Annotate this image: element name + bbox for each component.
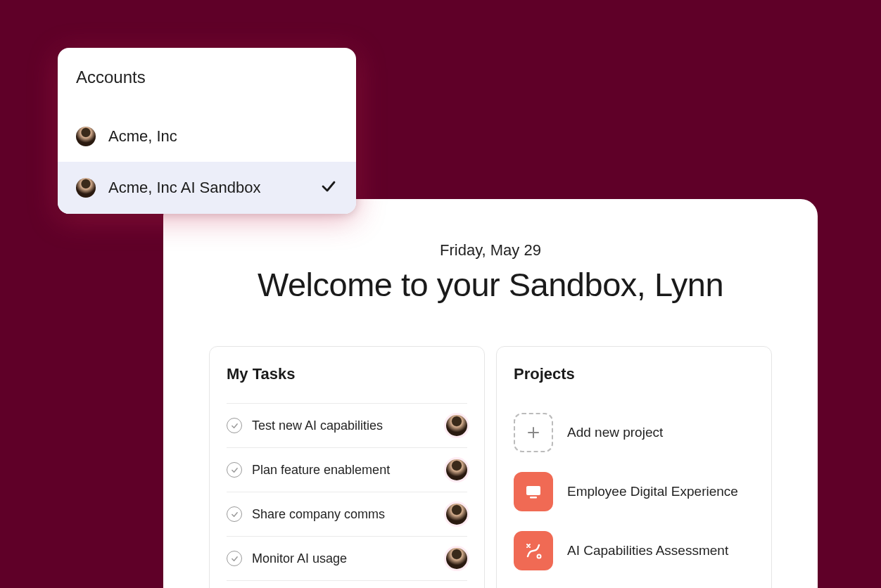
- task-check-icon[interactable]: [227, 506, 242, 522]
- svg-rect-1: [530, 497, 537, 499]
- assignee-avatar[interactable]: [446, 504, 467, 525]
- project-row[interactable]: Employee Digital Experience: [514, 462, 754, 521]
- task-label: Share company comms: [252, 507, 436, 522]
- account-avatar: [76, 178, 96, 198]
- add-project-row[interactable]: Add new project: [514, 403, 754, 462]
- task-row[interactable]: Monitor AI usage: [227, 536, 467, 581]
- projects-card: Projects Add new project Employee Digita…: [496, 346, 772, 588]
- cards-row: My Tasks Test new AI capabilities Plan f…: [184, 346, 797, 588]
- task-row[interactable]: Test new AI capabilities: [227, 403, 467, 447]
- accounts-title: Accounts: [58, 48, 356, 111]
- task-check-icon[interactable]: [227, 551, 242, 566]
- account-avatar: [76, 127, 96, 146]
- task-label: Plan feature enablement: [252, 463, 436, 478]
- account-label: Acme, Inc: [108, 127, 338, 146]
- assignee-avatar[interactable]: [446, 415, 467, 436]
- plus-icon[interactable]: [514, 413, 553, 452]
- account-label: Acme, Inc AI Sandbox: [108, 179, 307, 197]
- task-check-icon[interactable]: [227, 462, 242, 478]
- assignee-avatar[interactable]: [446, 548, 467, 569]
- assignee-avatar[interactable]: [446, 459, 467, 480]
- my-tasks-card: My Tasks Test new AI capabilities Plan f…: [209, 346, 485, 588]
- project-row[interactable]: AI Capabilities Assessment: [514, 521, 754, 580]
- svg-point-2: [538, 555, 541, 558]
- accounts-popup: Accounts Acme, Inc Acme, Inc AI Sandbox: [58, 48, 356, 214]
- task-row[interactable]: Share company comms: [227, 492, 467, 536]
- project-label: Employee Digital Experience: [567, 484, 738, 499]
- flow-icon: [514, 531, 553, 570]
- task-row[interactable]: Plan feature enablement: [227, 447, 467, 492]
- my-tasks-title: My Tasks: [227, 365, 467, 383]
- account-item-sandbox[interactable]: Acme, Inc AI Sandbox: [58, 162, 356, 214]
- check-icon: [319, 177, 338, 198]
- task-check-icon[interactable]: [227, 418, 242, 433]
- welcome-heading: Welcome to your Sandbox, Lynn: [184, 265, 797, 304]
- account-item-acme[interactable]: Acme, Inc: [58, 111, 356, 162]
- task-label: Test new AI capabilities: [252, 418, 436, 433]
- svg-rect-0: [526, 486, 540, 495]
- projects-title: Projects: [514, 365, 754, 383]
- date-line: Friday, May 29: [184, 241, 797, 260]
- task-label: Monitor AI usage: [252, 551, 436, 566]
- monitor-icon: [514, 472, 553, 511]
- dashboard-panel: Friday, May 29 Welcome to your Sandbox, …: [163, 199, 818, 588]
- add-project-label: Add new project: [567, 425, 663, 440]
- project-label: AI Capabilities Assessment: [567, 543, 728, 558]
